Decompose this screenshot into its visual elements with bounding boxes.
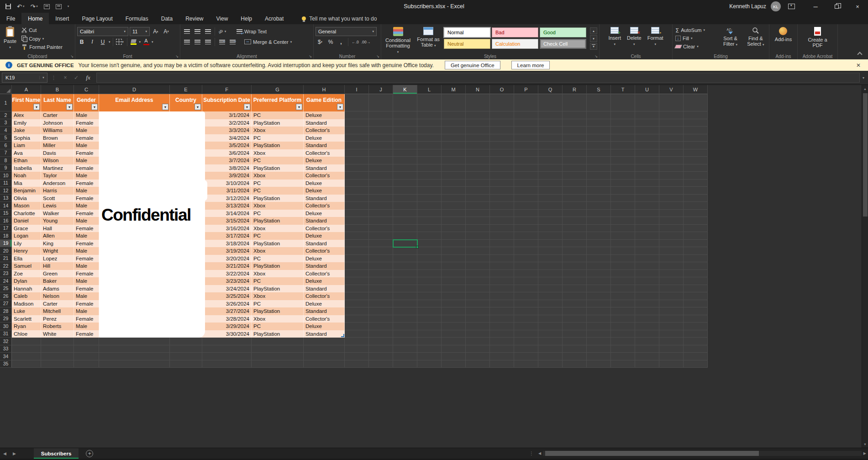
cell-F12[interactable]: 3/11/2024 (202, 187, 252, 195)
decrease-font-button[interactable]: A▾ (162, 27, 171, 36)
cell-V10[interactable] (659, 172, 684, 180)
cell-B14[interactable]: Lewis (41, 202, 74, 210)
cell-Q10[interactable] (538, 172, 563, 180)
cell-V27[interactable] (659, 300, 684, 308)
cell-Q29[interactable] (538, 315, 563, 323)
cell-C15[interactable]: Female (74, 210, 99, 217)
cell-W15[interactable] (684, 210, 708, 217)
increase-font-button[interactable]: A▾ (151, 27, 160, 36)
decrease-indent-button[interactable] (217, 37, 226, 47)
cell-N18[interactable] (466, 232, 490, 240)
cell-R7[interactable] (563, 149, 587, 157)
cell-S15[interactable] (587, 210, 611, 217)
cell-P6[interactable] (514, 142, 538, 149)
styles-dialog-launcher[interactable]: ↘ (594, 54, 598, 58)
cell-N10[interactable] (466, 172, 490, 180)
cell-T31[interactable] (611, 330, 635, 338)
cell-F28[interactable]: 3/27/2024 (202, 307, 252, 315)
cell-B29[interactable]: Perez (41, 315, 74, 323)
horizontal-scroll-thumb[interactable] (545, 451, 759, 456)
cell-P22[interactable] (514, 262, 538, 270)
cell-O2[interactable] (490, 111, 514, 119)
cell-V16[interactable] (659, 217, 684, 225)
cell-T13[interactable] (611, 195, 635, 202)
cell-B20[interactable]: Wright (41, 247, 74, 255)
cell-D34[interactable] (99, 353, 170, 360)
cell-J35[interactable] (369, 360, 393, 368)
cell-A6[interactable]: Liam (12, 142, 41, 149)
cell-T11[interactable] (611, 180, 635, 187)
cell-A5[interactable]: Sophia (12, 134, 41, 142)
cell-R6[interactable] (563, 142, 587, 149)
cell-S31[interactable] (587, 330, 611, 338)
conditional-formatting-button[interactable]: Conditional Formatting ▾ (383, 26, 413, 56)
cell-J24[interactable] (369, 277, 393, 285)
cell-H27[interactable]: Deluxe (304, 300, 345, 308)
addins-button[interactable]: Add-ins (773, 26, 794, 43)
cell-H4[interactable]: Collector's (304, 127, 345, 134)
cell-Q2[interactable] (538, 111, 563, 119)
cell-I12[interactable] (345, 187, 369, 195)
cell-B6[interactable]: Miller (41, 142, 74, 149)
cell-W28[interactable] (684, 307, 708, 315)
cell-R5[interactable] (563, 134, 587, 142)
cell-P4[interactable] (514, 127, 538, 134)
cell-A4[interactable]: Jake (12, 127, 41, 134)
row-header-35[interactable]: 35 (0, 360, 12, 368)
row-header-32[interactable]: 32 (0, 338, 12, 345)
tab-insert[interactable]: Insert (49, 13, 75, 24)
cell-V31[interactable] (659, 330, 684, 338)
cell-F7[interactable]: 3/6/2024 (202, 149, 252, 157)
cell-P27[interactable] (514, 300, 538, 308)
cell-I10[interactable] (345, 172, 369, 180)
cell-L5[interactable] (417, 134, 442, 142)
cell-L34[interactable] (417, 353, 442, 360)
cell-M8[interactable] (442, 157, 466, 164)
cell-T30[interactable] (611, 323, 635, 330)
cell-N2[interactable] (466, 111, 490, 119)
cell-P30[interactable] (514, 323, 538, 330)
formula-input[interactable] (96, 73, 860, 83)
cell-J12[interactable] (369, 187, 393, 195)
cell-T33[interactable] (611, 345, 635, 353)
vertical-scroll-thumb[interactable] (863, 93, 868, 217)
cell-F21[interactable]: 3/20/2024 (202, 255, 252, 263)
cell-R2[interactable] (563, 111, 587, 119)
cell-U18[interactable] (635, 232, 659, 240)
cell-H12[interactable]: Deluxe (304, 187, 345, 195)
cell-P2[interactable] (514, 111, 538, 119)
cell-R12[interactable] (563, 187, 587, 195)
cell-N1[interactable] (466, 94, 490, 111)
cell-G15[interactable]: PC (252, 210, 304, 217)
cell-R10[interactable] (563, 172, 587, 180)
cell-N20[interactable] (466, 247, 490, 255)
cell-W32[interactable] (684, 338, 708, 345)
cell-M12[interactable] (442, 187, 466, 195)
ribbon-display-options-icon[interactable] (788, 4, 795, 9)
cell-N4[interactable] (466, 127, 490, 134)
cell-B22[interactable]: Hill (41, 262, 74, 270)
cell-F34[interactable] (202, 353, 252, 360)
cell-R25[interactable] (563, 285, 587, 293)
cell-T32[interactable] (611, 338, 635, 345)
column-header-D[interactable]: D (99, 85, 170, 94)
cell-A13[interactable]: Olivia (12, 195, 41, 202)
cell-I19[interactable] (345, 240, 369, 248)
cell-P13[interactable] (514, 195, 538, 202)
cell-W33[interactable] (684, 345, 708, 353)
cell-B8[interactable]: Wilson (41, 157, 74, 164)
undo-button[interactable]: ↶▾ (17, 3, 24, 10)
cell-K13[interactable] (393, 195, 417, 202)
cell-U5[interactable] (635, 134, 659, 142)
cancel-entry-icon[interactable]: × (60, 74, 71, 81)
cell-G7[interactable]: Xbox (252, 149, 304, 157)
cell-N8[interactable] (466, 157, 490, 164)
row-header-34[interactable]: 34 (0, 353, 12, 360)
cell-W19[interactable] (684, 240, 708, 248)
cell-N24[interactable] (466, 277, 490, 285)
cell-V6[interactable] (659, 142, 684, 149)
cell-W1[interactable] (684, 94, 708, 111)
cell-I27[interactable] (345, 300, 369, 308)
cell-K2[interactable] (393, 111, 417, 119)
column-header-V[interactable]: V (659, 85, 684, 94)
